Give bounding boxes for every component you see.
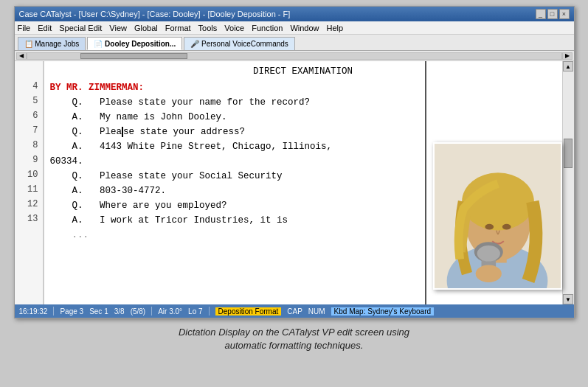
tab-personal-voice-commands[interactable]: 🎤 Personal VoiceCommands [184, 37, 295, 50]
menu-view[interactable]: View [109, 24, 127, 32]
status-bar: 16:19:32 Page 3 Sec 1 3/8 (5/8) Air 3.0°… [15, 304, 574, 318]
header-text: DIRECT EXAMINATION [253, 66, 353, 77]
transcript-line-7: Q. Please state your address? [50, 125, 556, 139]
caption: Dictation Display on the CATalyst VP edi… [179, 326, 409, 352]
speaker-name: BY MR. ZIMMERMAN: [50, 83, 145, 93]
svg-point-6 [502, 224, 511, 230]
person-photo [433, 142, 562, 290]
status-format: Deposition Format [215, 307, 282, 315]
status-sep-2 [151, 307, 152, 315]
transcript-line-4: BY MR. ZIMMERMAN: [50, 80, 556, 95]
scroll-up-arrow[interactable]: ▲ [563, 61, 573, 72]
status-lo: Lo 7 [188, 307, 202, 315]
menu-edit[interactable]: Edit [38, 24, 52, 32]
line-num-9: 9 [15, 153, 43, 167]
maximize-button[interactable]: □ [547, 9, 558, 19]
status-air: Air 3.0° [158, 307, 182, 315]
line-num-13: 13 [15, 212, 43, 226]
vertical-separator [425, 61, 426, 304]
menu-function[interactable]: Function [252, 24, 283, 32]
line-11-text: A. 803-30-4772. [50, 186, 167, 196]
window-controls: _ □ × [536, 9, 570, 19]
line-num-5: 5 [15, 94, 43, 108]
menu-global[interactable]: Global [134, 24, 158, 32]
tab-bar: 📋 Manage Jobs 📄 Dooley Deposition... 🎤 P… [15, 35, 574, 51]
scroll-thumb[interactable] [564, 139, 573, 168]
line-6-text: A. My name is John Dooley. [50, 112, 227, 122]
menu-format[interactable]: Format [165, 24, 191, 32]
top-scrollbar[interactable]: ◀ ▶ [15, 51, 574, 61]
status-kbd-map: Kbd Map: Sydney's Keyboard [331, 307, 434, 315]
line-7-text-before: Q. Plea [50, 127, 122, 137]
right-scrollbar[interactable]: ▲ ▼ [562, 61, 574, 304]
caption-line1: Dictation Display on the CATalyst VP edi… [179, 326, 409, 339]
title-bar: Case CATalyst - [User C:\Sydney] - [Case… [15, 7, 574, 21]
main-window: Case CATalyst - [User C:\Sydney] - [Case… [14, 6, 575, 318]
person-illustration [435, 144, 561, 288]
status-pos2: (5/8) [131, 307, 146, 315]
menu-voice[interactable]: Voice [224, 24, 244, 32]
menu-file[interactable]: File [18, 24, 31, 32]
content-area: 4 5 6 7 8 9 10 11 12 13 DIRECT EXAMINATI… [15, 61, 574, 304]
line-num-12: 12 [15, 197, 43, 212]
menu-bar: File Edit Special Edit View Global Forma… [15, 21, 574, 35]
line-num-14 [15, 226, 43, 241]
scroll-left-arrow[interactable]: ◀ [16, 52, 27, 60]
menu-window[interactable]: Window [290, 24, 319, 32]
line-10-text: Q. Please state your Social Security [50, 171, 283, 181]
svg-point-5 [485, 224, 494, 230]
svg-point-10 [475, 265, 501, 282]
menu-help[interactable]: Help [327, 24, 344, 32]
scroll-track[interactable] [563, 73, 573, 293]
line-14-text: ... [50, 230, 89, 240]
tab-manage-jobs[interactable]: 📋 Manage Jobs [18, 37, 86, 50]
transcript-line-5: Q. Please state your name for the record… [50, 95, 556, 110]
line-9-text: 60334. [50, 156, 83, 167]
status-page: Page 3 [60, 307, 83, 315]
line-num-11: 11 [15, 182, 43, 197]
line-num-header [15, 64, 43, 79]
line-num-4: 4 [15, 79, 43, 94]
top-scroll-thumb[interactable] [80, 53, 187, 59]
line-num-6: 6 [15, 108, 43, 123]
line-8-text: A. 4143 White Pine Street, Chicago, Illi… [50, 142, 333, 152]
caption-line2: automatic formatting techniques. [179, 339, 409, 352]
status-sep-1 [53, 307, 54, 315]
minimize-button[interactable]: _ [536, 9, 546, 19]
scroll-right-arrow[interactable]: ▶ [562, 52, 573, 60]
outer-container: Case CATalyst - [User C:\Sydney] - [Case… [0, 0, 588, 387]
svg-point-9 [477, 245, 499, 261]
close-button[interactable]: × [559, 9, 570, 19]
top-scroll-track[interactable] [27, 52, 562, 60]
status-num: NUM [308, 307, 325, 315]
menu-special-edit[interactable]: Special Edit [59, 24, 102, 32]
status-sec: Sec 1 [89, 307, 108, 315]
line-13-text: A. I work at Tricor Industries, it is [50, 215, 288, 226]
line-num-10: 10 [15, 167, 43, 182]
line-num-7: 7 [15, 123, 43, 138]
transcript-line-6: A. My name is John Dooley. [50, 110, 556, 125]
line-7-text-after: se state your address? [123, 127, 245, 137]
status-sep-3 [209, 307, 210, 315]
line-5-text: Q. Please state your name for the record… [50, 97, 311, 108]
menu-tools[interactable]: Tools [198, 24, 218, 32]
line-12-text: Q. Where are you employed? [50, 201, 227, 211]
scroll-down-arrow[interactable]: ▼ [563, 294, 573, 304]
status-cap: CAP [287, 307, 302, 315]
window-title: Case CATalyst - [User C:\Sydney] - [Case… [19, 10, 291, 18]
status-time: 16:19:32 [19, 307, 48, 315]
status-pos1: 3/8 [114, 307, 125, 315]
tab-dooley-deposition[interactable]: 📄 Dooley Deposition... [87, 37, 182, 50]
transcript-header: DIRECT EXAMINATION [50, 64, 556, 79]
line-num-8: 8 [15, 138, 43, 153]
line-numbers: 4 5 6 7 8 9 10 11 12 13 [15, 61, 44, 304]
